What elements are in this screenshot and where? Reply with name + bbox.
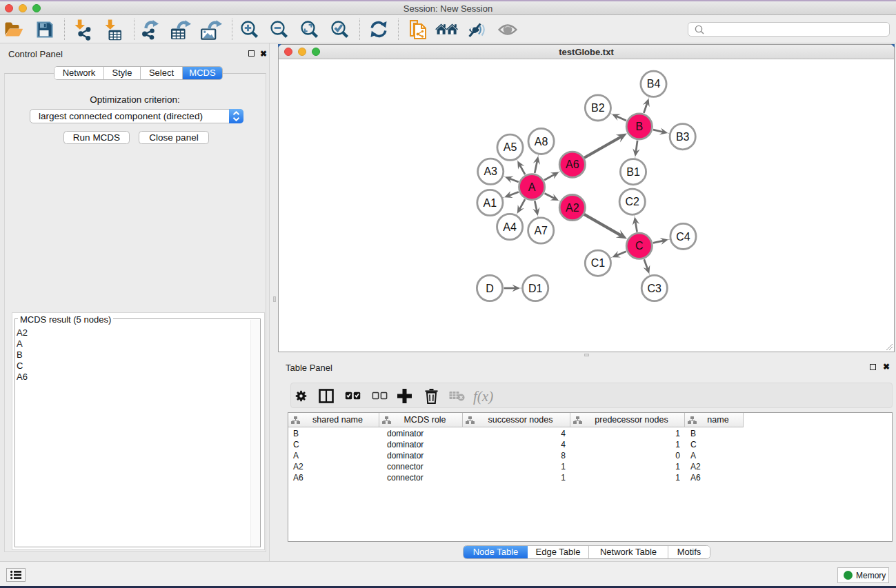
svg-text:B1: B1 [626,166,640,178]
svg-text:D1: D1 [528,283,543,294]
svg-text:B: B [635,121,643,132]
svg-text:A1: A1 [484,197,497,209]
svg-text:A: A [528,181,536,193]
svg-text:C: C [635,240,644,252]
svg-text:A2: A2 [566,202,579,214]
svg-text:B3: B3 [676,131,690,143]
svg-text:C3: C3 [648,283,662,294]
svg-text:C1: C1 [591,257,606,269]
svg-text:A8: A8 [535,136,548,148]
svg-text:A3: A3 [484,165,497,177]
svg-text:B2: B2 [591,102,605,114]
svg-text:C2: C2 [625,196,639,207]
svg-text:A6: A6 [566,159,579,170]
svg-text:B4: B4 [647,78,661,90]
svg-text:C4: C4 [676,231,690,243]
svg-text:A7: A7 [534,225,548,236]
svg-text:A4: A4 [503,221,517,233]
svg-text:A5: A5 [504,141,517,153]
svg-text:D: D [486,283,494,294]
